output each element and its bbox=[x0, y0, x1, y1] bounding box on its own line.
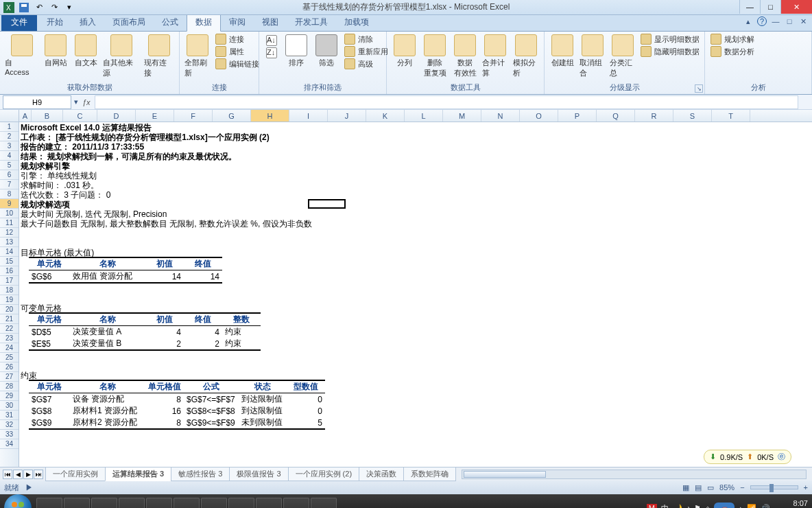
tray-car-icon[interactable]: 🚗 bbox=[714, 503, 735, 509]
zoom-level[interactable]: 85% bbox=[719, 483, 735, 492]
sort-button[interactable]: 排序 bbox=[281, 33, 311, 69]
tab-nav-prev-icon[interactable]: ◀ bbox=[13, 470, 23, 479]
zoom-in-icon[interactable]: + bbox=[804, 483, 808, 492]
tab-nav-first-icon[interactable]: ⏮ bbox=[3, 470, 12, 479]
tab-nav-next-icon[interactable]: ▶ bbox=[23, 470, 33, 479]
sheet-tab[interactable]: 一个应用实例 bbox=[45, 467, 106, 481]
sheet-tab[interactable]: 一个应用实例 (2) bbox=[288, 467, 360, 481]
workbook-min-icon[interactable]: ― bbox=[771, 16, 780, 26]
column-header[interactable]: R bbox=[635, 110, 673, 122]
tray-expand-icon[interactable]: ▴ bbox=[739, 504, 743, 509]
cells-grid[interactable]: Microsoft Excel 14.0 运算结果报告 工作表： [基于线性规划… bbox=[19, 122, 812, 467]
remove-duplicates-button[interactable]: 删除 重复项 bbox=[420, 33, 450, 80]
save-icon[interactable] bbox=[18, 1, 30, 14]
fx-icon[interactable]: ƒx bbox=[78, 98, 95, 106]
group-button[interactable]: 创建组 bbox=[547, 33, 577, 69]
row-header[interactable]: 16 bbox=[0, 266, 19, 276]
row-header[interactable]: 3 bbox=[0, 141, 19, 151]
taskbar-item[interactable] bbox=[228, 498, 254, 508]
reapply-filter-button[interactable]: 重新应用 bbox=[342, 45, 391, 58]
view-pagebreak-icon[interactable]: ▭ bbox=[707, 483, 714, 492]
row-header[interactable]: 20 bbox=[0, 305, 19, 314]
sheet-tab[interactable]: 运算结果报告 3 bbox=[105, 467, 171, 481]
column-header[interactable]: I bbox=[289, 110, 328, 122]
row-header[interactable]: 11 bbox=[0, 218, 19, 228]
data-analysis-button[interactable]: 数据分析 bbox=[708, 45, 757, 58]
taskbar-item[interactable] bbox=[201, 498, 227, 508]
sheet-tab[interactable]: 系数矩阵确 bbox=[403, 467, 456, 481]
row-header[interactable]: 26 bbox=[0, 362, 19, 372]
taskbar-item[interactable] bbox=[283, 498, 309, 508]
name-box[interactable]: H9 bbox=[3, 95, 71, 109]
tab-insert[interactable]: 插入 bbox=[71, 14, 104, 31]
tab-nav-last-icon[interactable]: ⏭ bbox=[34, 470, 43, 479]
file-tab[interactable]: 文件 bbox=[1, 14, 37, 31]
start-button[interactable] bbox=[4, 494, 32, 508]
subtotal-button[interactable]: 分类汇总 bbox=[608, 33, 638, 80]
redo-icon[interactable]: ↷ bbox=[48, 1, 60, 14]
consolidate-button[interactable]: 合并计算 bbox=[480, 33, 511, 80]
row-header[interactable]: 4 bbox=[0, 151, 19, 161]
column-header[interactable]: G bbox=[213, 110, 251, 122]
macro-record-icon[interactable]: ▶ bbox=[25, 483, 33, 492]
sheet-tab[interactable]: 敏感性报告 3 bbox=[171, 467, 230, 481]
from-other-button[interactable]: 自其他来源 bbox=[101, 33, 142, 80]
row-header[interactable]: 23 bbox=[0, 334, 19, 343]
row-header[interactable]: 28 bbox=[0, 382, 19, 391]
workbook-close-icon[interactable]: ✕ bbox=[798, 16, 808, 26]
row-header[interactable]: 9 bbox=[0, 199, 19, 209]
column-header[interactable]: C bbox=[63, 110, 97, 122]
taskbar-clock[interactable]: 8:07 2011/11/4 bbox=[774, 499, 808, 508]
text-to-columns-button[interactable]: 分列 bbox=[390, 33, 420, 69]
hide-detail-button[interactable]: 隐藏明细数据 bbox=[638, 45, 702, 58]
ungroup-button[interactable]: 取消组合 bbox=[577, 33, 608, 80]
row-header[interactable]: 34 bbox=[0, 439, 19, 449]
filter-button[interactable]: 筛选 bbox=[311, 33, 342, 69]
edit-links-button[interactable]: 编辑链接 bbox=[213, 58, 262, 70]
column-header[interactable]: M bbox=[443, 110, 481, 122]
taskbar-item[interactable] bbox=[119, 498, 145, 508]
clear-filter-button[interactable]: 清除 bbox=[342, 33, 391, 45]
taskbar-item[interactable] bbox=[311, 498, 337, 508]
solver-button[interactable]: 规划求解 bbox=[708, 33, 757, 45]
tray-m-icon[interactable]: M bbox=[647, 504, 657, 508]
column-header[interactable]: S bbox=[673, 110, 712, 122]
tab-addins[interactable]: 加载项 bbox=[336, 14, 377, 31]
show-detail-button[interactable]: 显示明细数据 bbox=[638, 33, 702, 45]
scroll-thumb[interactable] bbox=[464, 471, 546, 478]
tab-data[interactable]: 数据 bbox=[187, 13, 221, 32]
workbook-restore-icon[interactable]: □ bbox=[785, 16, 794, 26]
row-header[interactable]: 5 bbox=[0, 161, 19, 170]
close-button[interactable]: ✕ bbox=[780, 0, 812, 14]
from-text-button[interactable]: 自文本 bbox=[71, 33, 101, 69]
properties-button[interactable]: 属性 bbox=[213, 45, 262, 58]
column-header[interactable]: P bbox=[558, 110, 597, 122]
column-header[interactable]: N bbox=[481, 110, 520, 122]
row-header[interactable]: 25 bbox=[0, 353, 19, 362]
row-header[interactable]: 27 bbox=[0, 372, 19, 382]
taskbar-item[interactable] bbox=[64, 498, 90, 508]
row-header[interactable]: 14 bbox=[0, 247, 19, 257]
column-header[interactable]: K bbox=[366, 110, 405, 122]
taskbar-item[interactable] bbox=[91, 498, 117, 508]
select-all-corner[interactable] bbox=[0, 110, 19, 122]
zoom-out-icon[interactable]: − bbox=[740, 483, 744, 492]
row-header[interactable]: 17 bbox=[0, 276, 19, 286]
column-header[interactable]: O bbox=[520, 110, 558, 122]
network-speed-widget[interactable]: ⬇0.9K/S ⬆0K/S ⓔ bbox=[704, 450, 791, 464]
column-header[interactable]: B bbox=[32, 110, 63, 122]
column-header[interactable]: D bbox=[97, 110, 136, 122]
row-header[interactable]: 32 bbox=[0, 420, 19, 430]
column-header[interactable]: F bbox=[174, 110, 213, 122]
refresh-all-button[interactable]: 全部刷新 bbox=[182, 33, 213, 80]
row-header[interactable]: 24 bbox=[0, 343, 19, 353]
minimize-button[interactable]: ― bbox=[739, 0, 760, 14]
tab-view[interactable]: 视图 bbox=[254, 14, 287, 31]
row-header[interactable]: 10 bbox=[0, 209, 19, 218]
dialog-launcher-icon[interactable]: ↘ bbox=[695, 84, 703, 93]
column-header[interactable]: H bbox=[251, 110, 289, 122]
tab-review[interactable]: 审阅 bbox=[221, 14, 254, 31]
taskbar-item[interactable] bbox=[174, 498, 200, 508]
qat-more-icon[interactable]: ▾ bbox=[63, 1, 75, 14]
sort-asc-button[interactable]: A↓ bbox=[263, 34, 280, 47]
